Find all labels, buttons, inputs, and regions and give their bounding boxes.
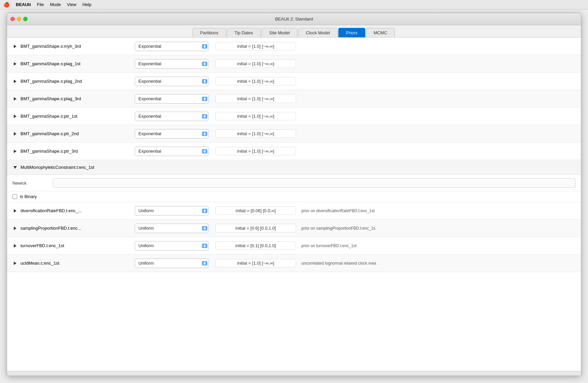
- prior-description: prior on turnoverFBD.t:enc_1st: [301, 243, 576, 248]
- distribution-select-wrapper: Uniform Exponential: [135, 206, 209, 216]
- tab-bar: Partitions Tip Dates Site Model Clock Mo…: [7, 25, 581, 38]
- expand-button[interactable]: [12, 149, 18, 154]
- main-content: BMT_gammaShape.s:myh_3rd Exponential Uni…: [7, 38, 581, 376]
- distribution-select[interactable]: Exponential Uniform: [135, 94, 209, 104]
- prior-label: BMT_gammaShape.s:plag_3rd: [20, 96, 135, 101]
- table-row: samplingProportionFBD.t:enc... Uniform E…: [7, 220, 581, 237]
- maximize-button[interactable]: [23, 17, 28, 21]
- initial-value: initial = [1.0] [−∞,∞]: [215, 94, 296, 103]
- newick-row: Newick: [7, 175, 581, 191]
- prior-label: BMT_gammaShape.s:plag_1st: [20, 61, 135, 66]
- constraint-label: MultiMonophyleticConstraint.t:enc_1st: [20, 165, 135, 170]
- table-row: diversificationRateFBD.t:enc_... Uniform…: [7, 202, 581, 220]
- prior-description: prior on diversificationRateFBD.t:enc_1s…: [301, 208, 576, 213]
- table-row: BMT_gammaShape.s:ptr_3rd Exponential Uni…: [7, 143, 581, 160]
- table-row: ucldMean.c:enc_1st Uniform Exponential i…: [7, 255, 581, 272]
- distribution-select-wrapper: Exponential Uniform: [135, 77, 209, 86]
- scroll-area[interactable]: BMT_gammaShape.s:myh_3rd Exponential Uni…: [7, 38, 581, 371]
- distribution-select-wrapper: Uniform Exponential: [135, 224, 209, 233]
- initial-value: initial = [1.0] [−∞,∞]: [215, 129, 296, 138]
- distribution-select[interactable]: Exponential Uniform Normal LogNormal Gam…: [135, 42, 209, 51]
- close-button[interactable]: [10, 17, 15, 21]
- tab-partitions[interactable]: Partitions: [193, 28, 226, 37]
- main-window: BEAUti 2: Standard Partitions Tip Dates …: [7, 13, 581, 376]
- distribution-select[interactable]: Exponential Uniform: [135, 147, 209, 156]
- app-name: BEAUti: [16, 2, 31, 7]
- table-row: BMT_gammaShape.s:ptr_1st Exponential Uni…: [7, 108, 581, 125]
- menu-mode[interactable]: Mode: [50, 2, 61, 7]
- expand-button[interactable]: [12, 79, 18, 84]
- table-row: turnoverFBD.t:enc_1st Uniform Exponentia…: [7, 237, 581, 255]
- minimize-button[interactable]: [17, 17, 21, 21]
- distribution-select[interactable]: Uniform Exponential: [135, 224, 209, 233]
- prior-label: ucldMean.c:enc_1st: [20, 261, 135, 266]
- is-binary-label: Is Binary: [20, 194, 37, 199]
- initial-value: initial = [1.0] [−∞,∞]: [215, 77, 296, 85]
- newick-label: Newick: [12, 181, 53, 186]
- distribution-select[interactable]: Exponential Uniform: [135, 59, 209, 69]
- distribution-select[interactable]: Uniform Exponential: [135, 241, 209, 251]
- expand-button[interactable]: [12, 208, 18, 214]
- prior-description: uncorrelated lognormal relaxed clock mea: [301, 261, 576, 266]
- prior-label: BMT_gammaShape.s:plag_2nd: [20, 79, 135, 84]
- tab-tip-dates[interactable]: Tip Dates: [227, 28, 261, 37]
- constraint-row: MultiMonophyleticConstraint.t:enc_1st: [7, 160, 581, 175]
- distribution-select-wrapper: Exponential Uniform: [135, 94, 209, 104]
- distribution-select-wrapper: Exponential Uniform: [135, 147, 209, 156]
- prior-label: BMT_gammaShape.s:myh_3rd: [20, 44, 135, 49]
- traffic-lights: [10, 17, 28, 21]
- tab-priors[interactable]: Priors: [338, 28, 365, 37]
- table-row: BMT_gammaShape.s:plag_1st Exponential Un…: [7, 55, 581, 73]
- menu-help[interactable]: Help: [82, 2, 91, 7]
- distribution-select[interactable]: Uniform Exponential: [135, 206, 209, 216]
- binary-row: Is Binary: [7, 191, 581, 202]
- distribution-select[interactable]: Exponential Uniform: [135, 112, 209, 121]
- prior-label: BMT_gammaShape.s:ptr_2nd: [20, 131, 135, 136]
- distribution-select[interactable]: Exponential Uniform: [135, 129, 209, 139]
- menu-file[interactable]: File: [37, 2, 44, 7]
- prior-description: prior on samplingProportionFBD.t:enc_1s: [301, 226, 576, 231]
- horizontal-scrollbar[interactable]: [7, 371, 581, 376]
- initial-value: initial = [0.1] [0.0,1.0]: [215, 241, 296, 250]
- expand-button[interactable]: [12, 243, 18, 248]
- distribution-select-wrapper: Exponential Uniform: [135, 59, 209, 69]
- is-binary-checkbox[interactable]: [12, 194, 17, 199]
- initial-value: initial = [1.0] [−∞,∞]: [215, 147, 296, 155]
- expand-button[interactable]: [12, 44, 18, 49]
- expand-constraint-button[interactable]: [12, 165, 18, 170]
- initial-value: initial = [1.0] [−∞,∞]: [215, 259, 296, 267]
- initial-value: initial = [1.0] [−∞,∞]: [215, 42, 296, 50]
- window-title: BEAUti 2: Standard: [275, 16, 313, 22]
- apple-menu[interactable]: 🍎: [3, 2, 10, 8]
- expand-button[interactable]: [12, 131, 18, 137]
- distribution-select-wrapper: Exponential Uniform Normal LogNormal Gam…: [135, 42, 209, 51]
- distribution-select[interactable]: Uniform Exponential: [135, 259, 209, 268]
- distribution-select-wrapper: Exponential Uniform: [135, 112, 209, 121]
- prior-label: diversificationRateFBD.t:enc_...: [20, 208, 135, 213]
- distribution-select-wrapper: Exponential Uniform: [135, 129, 209, 139]
- initial-value: initial = [1.0] [−∞,∞]: [215, 112, 296, 120]
- expand-button[interactable]: [12, 226, 18, 231]
- prior-label: BMT_gammaShape.s:ptr_3rd: [20, 149, 135, 154]
- newick-input[interactable]: [53, 178, 576, 188]
- tab-clock-model[interactable]: Clock Model: [298, 28, 338, 37]
- menu-view[interactable]: View: [67, 2, 76, 7]
- initial-value: initial = [0.6] [0.0,1.0]: [215, 224, 296, 232]
- tab-site-model[interactable]: Site Model: [261, 28, 297, 37]
- distribution-select-wrapper: Uniform Exponential: [135, 259, 209, 268]
- tab-mcmc[interactable]: MCMC: [366, 28, 395, 37]
- table-row: BMT_gammaShape.s:myh_3rd Exponential Uni…: [7, 38, 581, 55]
- table-row: BMT_gammaShape.s:plag_2nd Exponential Un…: [7, 73, 581, 90]
- expand-button[interactable]: [12, 61, 18, 67]
- titlebar: BEAUti 2: Standard: [7, 13, 581, 25]
- prior-label: turnoverFBD.t:enc_1st: [20, 243, 135, 248]
- expand-button[interactable]: [12, 261, 18, 266]
- initial-value: initial = [0.06] [0.0,∞]: [215, 206, 296, 215]
- table-row: BMT_gammaShape.s:plag_3rd Exponential Un…: [7, 90, 581, 108]
- distribution-select[interactable]: Exponential Uniform: [135, 77, 209, 86]
- expand-button[interactable]: [12, 114, 18, 119]
- prior-label: samplingProportionFBD.t:enc...: [20, 226, 135, 231]
- prior-label: BMT_gammaShape.s:ptr_1st: [20, 114, 135, 119]
- menu-bar: 🍎 BEAUti File Mode View Help: [0, 0, 588, 9]
- expand-button[interactable]: [12, 96, 18, 102]
